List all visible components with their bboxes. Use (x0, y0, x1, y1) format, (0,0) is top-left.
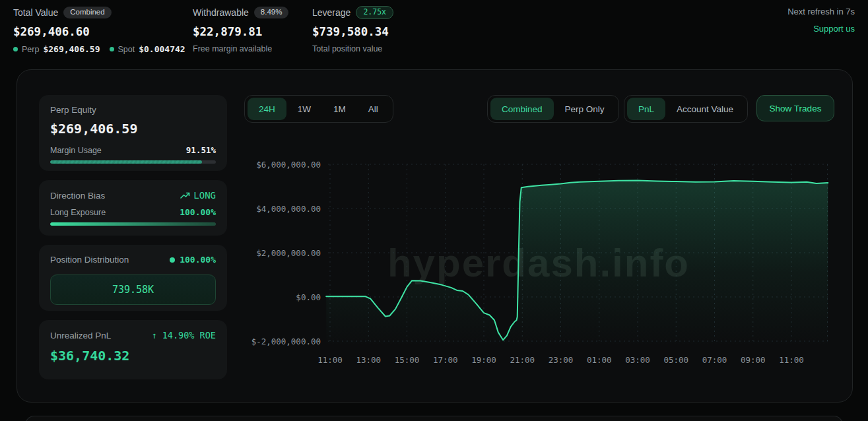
long-exposure-bar (50, 222, 216, 226)
tab-pnl[interactable]: PnL (627, 98, 665, 120)
tab-1w[interactable]: 1W (286, 98, 322, 120)
withdrawable-label: Withdrawable (193, 7, 249, 18)
show-trades-button[interactable]: Show Trades (756, 95, 834, 121)
svg-text:$4,000,000.00: $4,000,000.00 (256, 204, 321, 214)
withdrawable-sub: Free margin available (193, 44, 272, 53)
direction-bias-label: Direction Bias (50, 191, 105, 201)
trend-up-icon (180, 192, 190, 199)
total-value-label: Total Value (13, 7, 58, 18)
leverage-label: Leverage (312, 7, 351, 18)
view-tabs: PnLAccount Value (624, 95, 748, 123)
portfolio-panel: Perp Equity $269,406.59 Margin Usage 91.… (17, 69, 853, 403)
unrealized-pnl-card: Unrealized PnL ↑ 14.90% ROE $36,740.32 (39, 320, 227, 379)
svg-text:11:00: 11:00 (317, 355, 343, 365)
svg-text:05:00: 05:00 (663, 355, 688, 365)
margin-usage-value: 91.51% (186, 145, 216, 155)
unrealized-pnl-label: Unrealized PnL (50, 331, 111, 340)
refresh-countdown: Next refresh in 7s (787, 7, 855, 16)
tab-all[interactable]: All (357, 98, 389, 120)
svg-text:$-2,000,000.00: $-2,000,000.00 (251, 337, 321, 346)
tab-combined[interactable]: Combined (490, 98, 554, 120)
direction-value: LONG (193, 190, 216, 201)
long-exposure-label: Long Exposure (50, 208, 106, 217)
svg-text:$6,000,000.00: $6,000,000.00 (256, 160, 321, 170)
leverage-amount: $739,580.34 (312, 25, 393, 38)
spot-label: Spot (118, 45, 135, 54)
distribution-dot-icon (170, 257, 175, 263)
position-size-button[interactable]: 739.58K (50, 275, 216, 305)
perp-value: $269,406.59 (43, 44, 100, 54)
roe-value: 14.90% ROE (162, 330, 216, 340)
leverage-badge: 2.75x (356, 6, 393, 19)
withdrawable-amount: $22,879.81 (193, 25, 288, 38)
perp-dot-icon (13, 47, 18, 51)
spot-dot-icon (110, 47, 114, 51)
distribution-pct: 100.00% (180, 255, 216, 265)
leverage-sub: Total position value (312, 44, 382, 53)
svg-text:03:00: 03:00 (625, 355, 650, 365)
range-tabs: 24H1W1MAll (244, 95, 393, 123)
spot-value: $0.004742 (139, 44, 185, 54)
withdrawable-pct-badge: 8.49% (254, 7, 289, 18)
perp-equity-value: $269,406.59 (50, 121, 216, 137)
up-arrow-icon: ↑ (151, 330, 156, 340)
svg-text:07:00: 07:00 (702, 355, 727, 365)
combined-badge: Combined (63, 7, 111, 18)
unrealized-pnl-value: $36,740.32 (50, 348, 216, 364)
svg-text:11:00: 11:00 (779, 355, 804, 365)
long-exposure-value: 100.00% (180, 207, 216, 217)
perp-equity-label: Perp Equity (50, 105, 216, 115)
svg-text:$0.00: $0.00 (296, 292, 321, 302)
leverage-section: Leverage 2.75x $739,580.34 Total positio… (312, 6, 393, 53)
svg-text:13:00: 13:00 (356, 355, 381, 365)
direction-bias-card: Direction Bias LONG Long Exposure 100.00… (39, 180, 227, 236)
svg-text:23:00: 23:00 (549, 355, 574, 365)
svg-text:17:00: 17:00 (433, 355, 458, 365)
tab-24h[interactable]: 24H (248, 98, 286, 120)
svg-text:01:00: 01:00 (587, 355, 612, 365)
svg-text:21:00: 21:00 (510, 355, 535, 365)
svg-text:15:00: 15:00 (395, 355, 420, 365)
mode-tabs: CombinedPerp Only (487, 95, 619, 123)
perp-label: Perp (22, 45, 39, 54)
tab-1m[interactable]: 1M (322, 98, 357, 120)
tab-account-value[interactable]: Account Value (665, 98, 745, 120)
total-value-amount: $269,406.60 (13, 25, 185, 38)
support-us-link[interactable]: Support us (787, 24, 855, 34)
perp-equity-card: Perp Equity $269,406.59 Margin Usage 91.… (39, 95, 227, 171)
total-value-section: Total Value Combined $269,406.60 Perp $2… (13, 6, 185, 54)
svg-text:09:00: 09:00 (741, 355, 766, 365)
margin-usage-bar (50, 160, 216, 164)
position-distribution-card: Position Distribution 100.00% 739.58K (39, 245, 227, 311)
tab-perp-only[interactable]: Perp Only (554, 98, 616, 120)
pnl-chart-svg[interactable]: hyperdash.info$6,000,000.00$4,000,000.00… (250, 154, 829, 367)
svg-text:$2,000,000.00: $2,000,000.00 (256, 248, 321, 258)
margin-usage-label: Margin Usage (50, 146, 102, 155)
svg-text:19:00: 19:00 (471, 355, 496, 365)
withdrawable-section: Withdrawable 8.49% $22,879.81 Free margi… (193, 6, 288, 53)
next-section-panel (25, 416, 843, 421)
position-distribution-label: Position Distribution (50, 255, 129, 265)
